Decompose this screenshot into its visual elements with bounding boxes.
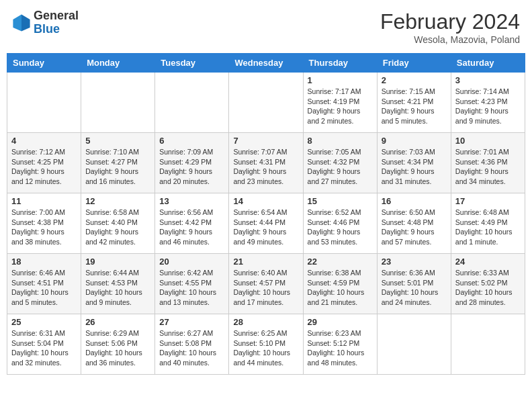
calendar-week-row: 18Sunrise: 6:46 AM Sunset: 4:51 PM Dayli… xyxy=(7,254,525,314)
day-info: Sunrise: 7:12 AM Sunset: 4:25 PM Dayligh… xyxy=(11,147,77,187)
day-number: 27 xyxy=(159,317,224,327)
calendar-cell: 28Sunrise: 6:25 AM Sunset: 5:10 PM Dayli… xyxy=(229,314,303,375)
day-number: 9 xyxy=(382,136,447,146)
day-number: 17 xyxy=(455,196,521,206)
day-info: Sunrise: 6:46 AM Sunset: 4:51 PM Dayligh… xyxy=(11,268,77,308)
calendar-cell: 19Sunrise: 6:44 AM Sunset: 4:53 PM Dayli… xyxy=(81,254,155,314)
day-info: Sunrise: 6:27 AM Sunset: 5:08 PM Dayligh… xyxy=(159,328,224,368)
calendar-table: SundayMondayTuesdayWednesdayThursdayFrid… xyxy=(7,53,525,375)
weekday-header-row: SundayMondayTuesdayWednesdayThursdayFrid… xyxy=(7,54,525,73)
calendar-week-row: 25Sunrise: 6:31 AM Sunset: 5:04 PM Dayli… xyxy=(7,314,525,375)
calendar-cell: 7Sunrise: 7:07 AM Sunset: 4:31 PM Daylig… xyxy=(229,133,303,193)
calendar-cell: 10Sunrise: 7:01 AM Sunset: 4:36 PM Dayli… xyxy=(451,133,525,193)
day-number: 26 xyxy=(85,317,150,327)
calendar-cell: 15Sunrise: 6:52 AM Sunset: 4:46 PM Dayli… xyxy=(303,193,377,254)
day-info: Sunrise: 6:23 AM Sunset: 5:12 PM Dayligh… xyxy=(308,328,373,368)
calendar-cell: 27Sunrise: 6:27 AM Sunset: 5:08 PM Dayli… xyxy=(155,314,229,375)
day-number: 11 xyxy=(11,196,77,206)
calendar-cell: 18Sunrise: 6:46 AM Sunset: 4:51 PM Dayli… xyxy=(7,254,81,314)
day-info: Sunrise: 7:14 AM Sunset: 4:23 PM Dayligh… xyxy=(455,87,521,126)
day-info: Sunrise: 6:31 AM Sunset: 5:04 PM Dayligh… xyxy=(11,328,77,368)
calendar-week-row: 4Sunrise: 7:12 AM Sunset: 4:25 PM Daylig… xyxy=(7,133,525,193)
day-info: Sunrise: 6:29 AM Sunset: 5:06 PM Dayligh… xyxy=(85,328,150,368)
day-number: 7 xyxy=(233,136,298,146)
day-info: Sunrise: 7:10 AM Sunset: 4:27 PM Dayligh… xyxy=(85,147,150,187)
month-year: February 2024 xyxy=(380,9,520,34)
day-number: 2 xyxy=(382,75,447,85)
day-number: 8 xyxy=(308,136,373,146)
day-info: Sunrise: 7:17 AM Sunset: 4:19 PM Dayligh… xyxy=(308,87,373,126)
day-info: Sunrise: 6:25 AM Sunset: 5:10 PM Dayligh… xyxy=(233,328,298,368)
day-info: Sunrise: 6:48 AM Sunset: 4:49 PM Dayligh… xyxy=(455,208,521,247)
calendar-cell: 14Sunrise: 6:54 AM Sunset: 4:44 PM Dayli… xyxy=(229,193,303,254)
calendar-cell xyxy=(229,73,303,133)
weekday-header-saturday: Saturday xyxy=(451,54,525,73)
day-info: Sunrise: 6:58 AM Sunset: 4:40 PM Dayligh… xyxy=(85,208,150,247)
calendar-cell: 4Sunrise: 7:12 AM Sunset: 4:25 PM Daylig… xyxy=(7,133,81,193)
day-info: Sunrise: 6:40 AM Sunset: 4:57 PM Dayligh… xyxy=(233,268,298,308)
day-info: Sunrise: 7:07 AM Sunset: 4:31 PM Dayligh… xyxy=(233,147,298,187)
svg-marker-2 xyxy=(13,14,21,31)
calendar-cell xyxy=(155,73,229,133)
day-number: 25 xyxy=(11,317,77,327)
day-number: 29 xyxy=(308,317,373,327)
calendar-cell xyxy=(451,314,525,375)
day-number: 12 xyxy=(85,196,150,206)
day-info: Sunrise: 7:01 AM Sunset: 4:36 PM Dayligh… xyxy=(455,147,521,187)
calendar-cell: 26Sunrise: 6:29 AM Sunset: 5:06 PM Dayli… xyxy=(81,314,155,375)
calendar-cell xyxy=(81,73,155,133)
title-block: February 2024 Wesola, Mazovia, Poland xyxy=(380,9,520,45)
calendar-cell: 9Sunrise: 7:03 AM Sunset: 4:34 PM Daylig… xyxy=(377,133,451,193)
calendar-cell: 12Sunrise: 6:58 AM Sunset: 4:40 PM Dayli… xyxy=(81,193,155,254)
weekday-header-tuesday: Tuesday xyxy=(155,54,229,73)
calendar-cell: 3Sunrise: 7:14 AM Sunset: 4:23 PM Daylig… xyxy=(451,73,525,133)
calendar-cell: 17Sunrise: 6:48 AM Sunset: 4:49 PM Dayli… xyxy=(451,193,525,254)
day-info: Sunrise: 7:09 AM Sunset: 4:29 PM Dayligh… xyxy=(159,147,224,187)
day-info: Sunrise: 6:44 AM Sunset: 4:53 PM Dayligh… xyxy=(85,268,150,308)
day-info: Sunrise: 6:56 AM Sunset: 4:42 PM Dayligh… xyxy=(159,208,224,247)
calendar-cell xyxy=(377,314,451,375)
day-info: Sunrise: 6:38 AM Sunset: 4:59 PM Dayligh… xyxy=(308,268,373,308)
weekday-header-wednesday: Wednesday xyxy=(229,54,303,73)
weekday-header-sunday: Sunday xyxy=(7,54,81,73)
calendar-cell: 25Sunrise: 6:31 AM Sunset: 5:04 PM Dayli… xyxy=(7,314,81,375)
day-number: 22 xyxy=(308,257,373,267)
calendar-cell: 23Sunrise: 6:36 AM Sunset: 5:01 PM Dayli… xyxy=(377,254,451,314)
day-info: Sunrise: 6:33 AM Sunset: 5:02 PM Dayligh… xyxy=(455,268,521,308)
logo-icon xyxy=(12,13,31,32)
day-number: 13 xyxy=(159,196,224,206)
day-number: 3 xyxy=(455,75,521,85)
calendar-cell: 24Sunrise: 6:33 AM Sunset: 5:02 PM Dayli… xyxy=(451,254,525,314)
calendar-cell: 13Sunrise: 6:56 AM Sunset: 4:42 PM Dayli… xyxy=(155,193,229,254)
calendar-cell: 8Sunrise: 7:05 AM Sunset: 4:32 PM Daylig… xyxy=(303,133,377,193)
calendar-week-row: 11Sunrise: 7:00 AM Sunset: 4:38 PM Dayli… xyxy=(7,193,525,254)
weekday-header-thursday: Thursday xyxy=(303,54,377,73)
weekday-header-monday: Monday xyxy=(81,54,155,73)
day-info: Sunrise: 6:50 AM Sunset: 4:48 PM Dayligh… xyxy=(382,208,447,247)
day-number: 19 xyxy=(85,257,150,267)
calendar-cell: 20Sunrise: 6:42 AM Sunset: 4:55 PM Dayli… xyxy=(155,254,229,314)
day-number: 6 xyxy=(159,136,224,146)
calendar-cell: 21Sunrise: 6:40 AM Sunset: 4:57 PM Dayli… xyxy=(229,254,303,314)
calendar-cell: 5Sunrise: 7:10 AM Sunset: 4:27 PM Daylig… xyxy=(81,133,155,193)
logo: General Blue xyxy=(12,9,79,36)
weekday-header-friday: Friday xyxy=(377,54,451,73)
logo-general: General xyxy=(34,9,79,23)
day-number: 18 xyxy=(11,257,77,267)
day-number: 10 xyxy=(455,136,521,146)
day-info: Sunrise: 6:54 AM Sunset: 4:44 PM Dayligh… xyxy=(233,208,298,247)
day-info: Sunrise: 6:52 AM Sunset: 4:46 PM Dayligh… xyxy=(308,208,373,247)
day-number: 14 xyxy=(233,196,298,206)
logo-blue: Blue xyxy=(34,23,79,36)
day-info: Sunrise: 7:15 AM Sunset: 4:21 PM Dayligh… xyxy=(382,87,447,126)
calendar-cell: 1Sunrise: 7:17 AM Sunset: 4:19 PM Daylig… xyxy=(303,73,377,133)
day-info: Sunrise: 6:42 AM Sunset: 4:55 PM Dayligh… xyxy=(159,268,224,308)
location: Wesola, Mazovia, Poland xyxy=(380,34,520,45)
calendar-cell: 22Sunrise: 6:38 AM Sunset: 4:59 PM Dayli… xyxy=(303,254,377,314)
calendar-cell xyxy=(7,73,81,133)
calendar-cell: 2Sunrise: 7:15 AM Sunset: 4:21 PM Daylig… xyxy=(377,73,451,133)
calendar-cell: 6Sunrise: 7:09 AM Sunset: 4:29 PM Daylig… xyxy=(155,133,229,193)
logo-text: General Blue xyxy=(34,9,79,36)
calendar-cell: 29Sunrise: 6:23 AM Sunset: 5:12 PM Dayli… xyxy=(303,314,377,375)
calendar-cell: 11Sunrise: 7:00 AM Sunset: 4:38 PM Dayli… xyxy=(7,193,81,254)
